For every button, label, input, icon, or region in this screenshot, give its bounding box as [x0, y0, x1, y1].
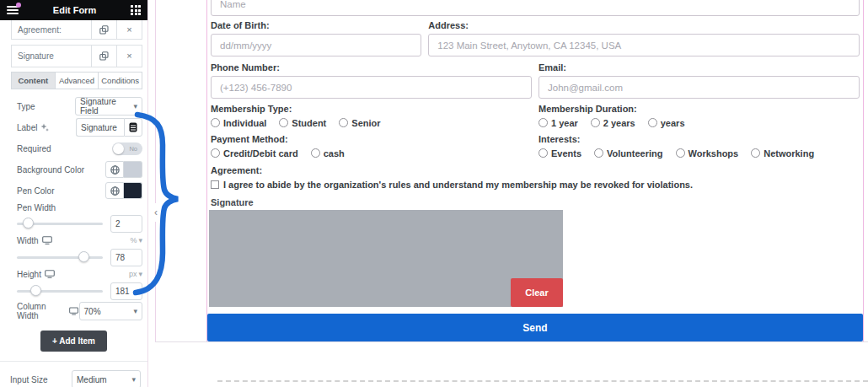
- dynamic-tags-icon[interactable]: [124, 118, 142, 137]
- height-input[interactable]: [110, 282, 142, 300]
- edit-form-panel: Edit Form Agreement: × Signature ×: [0, 0, 148, 387]
- radio-icon[interactable]: [211, 148, 220, 158]
- clear-button[interactable]: Clear: [511, 278, 563, 307]
- duplicate-icon[interactable]: [91, 46, 116, 67]
- required-toggle[interactable]: No: [112, 142, 142, 155]
- radio-icon[interactable]: [591, 118, 600, 127]
- globe-icon[interactable]: [105, 182, 124, 199]
- tab-advanced[interactable]: Advanced: [56, 72, 99, 89]
- radio-icon[interactable]: [751, 148, 760, 158]
- height-label: Height: [17, 270, 55, 279]
- repeater-item-signature[interactable]: Signature ×: [11, 45, 142, 67]
- repeater-item-agreement[interactable]: Agreement: ×: [11, 20, 142, 40]
- radio-option[interactable]: Senior: [339, 118, 380, 128]
- background-color-swatch[interactable]: [124, 161, 142, 178]
- close-icon[interactable]: ×: [116, 46, 142, 67]
- collapse-panel-icon[interactable]: ‹: [151, 203, 161, 222]
- monitor-icon[interactable]: [69, 307, 78, 315]
- content-tab-controls: Type Signature Field ▾ Label: [11, 89, 142, 320]
- background-color-label: Background Color: [17, 165, 84, 175]
- name-input[interactable]: [211, 0, 860, 16]
- monitor-icon[interactable]: [45, 270, 55, 278]
- pen-color-swatch[interactable]: [124, 182, 142, 199]
- email-label: Email:: [538, 62, 860, 73]
- ai-stars-icon[interactable]: [40, 123, 49, 132]
- agreement-label: Agreement:: [211, 165, 860, 176]
- interests-options: Events Volunteering Workshops Networking: [538, 148, 860, 159]
- radio-icon[interactable]: [339, 118, 348, 127]
- section-border-bottom: [155, 341, 868, 342]
- chevron-down-icon: ▾: [131, 375, 136, 384]
- width-slider[interactable]: [17, 249, 103, 266]
- radio-option[interactable]: cash: [311, 148, 345, 159]
- radio-option[interactable]: 1 year: [538, 118, 578, 128]
- section-border-left: [155, 0, 156, 341]
- panel-title: Edit Form: [19, 5, 131, 15]
- input-size-select[interactable]: Medium ▾: [72, 370, 141, 387]
- radio-icon[interactable]: [594, 148, 603, 158]
- send-button[interactable]: Send: [207, 314, 863, 341]
- email-input[interactable]: [538, 76, 860, 99]
- slider-knob[interactable]: [78, 251, 89, 262]
- radio-icon[interactable]: [211, 118, 220, 127]
- chevron-down-icon: ▾: [133, 307, 137, 315]
- field-label-input[interactable]: [76, 118, 124, 137]
- tab-conditions[interactable]: Conditions: [99, 72, 142, 89]
- membership-type-label: Membership Type:: [211, 104, 532, 115]
- agreement-checkbox[interactable]: [211, 180, 219, 189]
- signature-pad[interactable]: Clear: [209, 210, 563, 307]
- radio-option[interactable]: Student: [279, 118, 326, 128]
- phone-input[interactable]: [211, 76, 532, 99]
- pen-width-input[interactable]: [110, 215, 142, 233]
- pen-width-label: Pen Width: [17, 203, 56, 212]
- radio-option[interactable]: 2 years: [591, 118, 635, 128]
- column-width-label: Column Width: [17, 302, 79, 320]
- required-label: Required: [17, 144, 51, 153]
- radio-option[interactable]: Events: [538, 148, 581, 159]
- membership-duration-options: 1 year 2 years years: [538, 117, 860, 128]
- radio-icon[interactable]: [538, 148, 548, 158]
- height-unit-select[interactable]: px ▾: [129, 270, 142, 278]
- toggle-knob: [113, 143, 124, 154]
- type-select[interactable]: Signature Field ▾: [75, 97, 142, 116]
- radio-option[interactable]: Networking: [751, 148, 814, 159]
- radio-option[interactable]: Volunteering: [594, 148, 662, 159]
- interests-label: Interests:: [538, 134, 860, 145]
- radio-option[interactable]: Individual: [211, 118, 266, 128]
- menu-icon[interactable]: [7, 6, 19, 14]
- globe-icon[interactable]: [105, 161, 124, 178]
- field-label-label: Label: [17, 123, 49, 132]
- radio-option[interactable]: Credit/Debit card: [211, 148, 298, 159]
- address-label: Address:: [428, 20, 860, 31]
- slider-knob[interactable]: [30, 285, 41, 296]
- panel-header: Edit Form: [0, 0, 147, 20]
- dob-input[interactable]: [211, 34, 421, 56]
- pen-width-slider[interactable]: [17, 215, 103, 232]
- height-slider[interactable]: [17, 282, 103, 299]
- type-label: Type: [17, 102, 35, 111]
- apps-grid-icon[interactable]: [131, 5, 141, 15]
- radio-icon[interactable]: [279, 118, 288, 127]
- chevron-down-icon: ▾: [138, 236, 142, 245]
- add-item-button[interactable]: + Add Item: [40, 331, 107, 352]
- radio-option[interactable]: Workshops: [676, 148, 739, 159]
- monitor-icon[interactable]: [42, 236, 52, 245]
- payment-method-label: Payment Method:: [211, 134, 532, 145]
- divider: [0, 361, 147, 362]
- radio-icon[interactable]: [538, 118, 548, 127]
- radio-icon[interactable]: [311, 148, 320, 158]
- close-icon[interactable]: ×: [116, 20, 142, 39]
- slider-knob[interactable]: [23, 218, 34, 228]
- tab-content[interactable]: Content: [11, 72, 56, 89]
- pen-color-label: Pen Color: [17, 186, 54, 196]
- toggle-state: No: [129, 145, 137, 153]
- width-input[interactable]: [110, 249, 142, 266]
- editor-page: Edit Form Agreement: × Signature ×: [0, 0, 868, 387]
- width-unit-select[interactable]: % ▾: [130, 236, 142, 245]
- address-input[interactable]: [428, 34, 860, 56]
- radio-option[interactable]: years: [648, 118, 685, 128]
- radio-icon[interactable]: [676, 148, 685, 158]
- column-width-select[interactable]: 70% ▾: [79, 302, 142, 320]
- duplicate-icon[interactable]: [91, 20, 116, 39]
- radio-icon[interactable]: [648, 118, 657, 127]
